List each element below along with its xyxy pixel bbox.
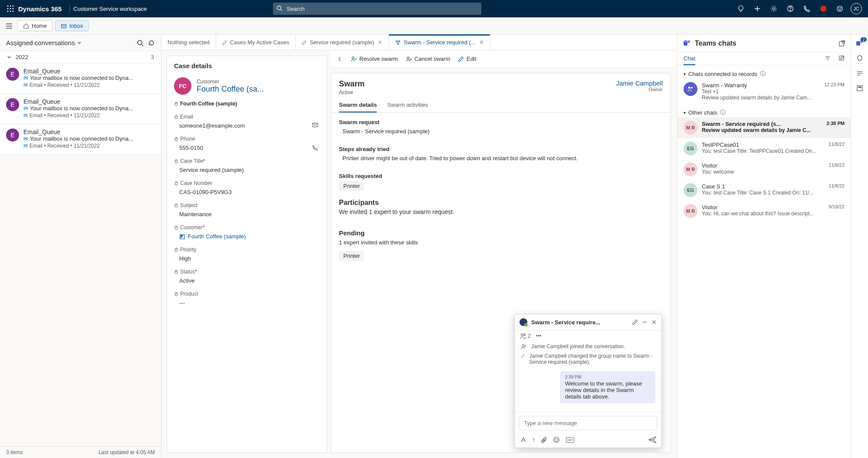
settings-gear-icon[interactable]	[766, 0, 781, 17]
swarm-pane: Resolve swarm Cancel swarm Edit Swarm Ac…	[331, 50, 677, 453]
conversation-item[interactable]: E Email_Queue ✉Your mailbox is now conne…	[0, 124, 161, 155]
filter-icon[interactable]	[825, 55, 831, 65]
chat-item[interactable]: M R Visitor11/8/22You: welcome	[677, 159, 851, 180]
scripts-icon[interactable]	[856, 84, 864, 92]
lightbulb-icon[interactable]	[733, 0, 748, 17]
conversation-item[interactable]: E Email_Queue ✉Your mailbox is now conne…	[0, 63, 161, 94]
search-icon[interactable]	[137, 40, 144, 46]
svg-rect-36	[175, 227, 178, 229]
phone-icon[interactable]	[799, 0, 814, 17]
invited-text: We invited 1 expert to your swarm reques…	[339, 207, 663, 221]
format-icon[interactable]	[520, 436, 527, 443]
group-other[interactable]: ▾Other chatsⓘ	[677, 104, 851, 117]
plus-icon[interactable]	[750, 0, 765, 17]
teams-chats-title: Teams chats	[695, 40, 736, 47]
close-icon[interactable]	[651, 319, 657, 325]
conversation-from: Email_Queue	[23, 129, 155, 135]
tab-cases[interactable]: Cases My Active Cases	[216, 35, 296, 50]
new-chat-icon[interactable]	[838, 55, 845, 65]
popout-icon[interactable]	[838, 40, 845, 47]
inbox-tab[interactable]: Inbox	[55, 20, 89, 31]
tab-swarm-details[interactable]: Swarm details	[339, 102, 377, 112]
conversation-from: Email_Queue	[23, 98, 155, 105]
lock-icon	[174, 102, 178, 106]
swarm-request-label: Swarm request	[339, 119, 663, 125]
svg-rect-31	[312, 123, 318, 127]
global-search[interactable]	[273, 3, 481, 15]
emoji-icon[interactable]	[553, 436, 560, 443]
system-message: Jamie Campbell joined the conversation.	[531, 343, 625, 349]
user-avatar[interactable]: JC	[849, 0, 864, 17]
close-icon[interactable]: ✕	[378, 39, 382, 46]
tab-swarm[interactable]: Swarm - Service required (... ✕	[389, 35, 490, 50]
edit-button[interactable]: Edit	[458, 56, 476, 62]
gif-icon[interactable]: GIF	[566, 437, 574, 443]
group-connected[interactable]: ▾Chats connected to recordsⓘ	[677, 66, 851, 79]
lock-icon	[174, 270, 178, 274]
svg-point-60	[684, 40, 687, 43]
chat-item[interactable]: M R Visitor9/18/22You: Hi, can we chat a…	[677, 201, 851, 221]
tab-service-required[interactable]: Service required (sample) ✕	[296, 35, 389, 50]
resolve-swarm-button[interactable]: Resolve swarm	[351, 56, 398, 62]
chat-item[interactable]: EG Case S 111/8/22You: test Case Title: …	[677, 180, 851, 201]
home-tab[interactable]: Home	[17, 20, 53, 31]
svg-point-56	[557, 439, 557, 439]
inbox-panel: Assigned conversations 2022 3 E Email_Qu…	[0, 35, 161, 458]
owner-link[interactable]: Jamie Campbell	[616, 79, 663, 87]
close-icon[interactable]: ✕	[479, 39, 484, 46]
svg-point-52	[524, 334, 526, 336]
year-group[interactable]: 2022 3	[0, 51, 161, 63]
attach-icon[interactable]	[541, 436, 547, 443]
compose-input[interactable]	[519, 416, 657, 430]
phone-icon[interactable]	[312, 145, 318, 151]
info-icon[interactable]: ⓘ	[720, 109, 726, 116]
status-value: Active	[174, 275, 320, 284]
smart-assist-icon[interactable]	[856, 55, 864, 63]
chat-item[interactable]: Swarm - Warranty12:23 PMTest +1Review up…	[677, 79, 851, 104]
emoji-icon[interactable]	[832, 0, 847, 17]
refresh-icon[interactable]	[148, 40, 155, 46]
product-value: ---	[174, 297, 320, 306]
more-icon[interactable]: •••	[536, 333, 542, 339]
lock-icon	[174, 203, 178, 208]
participants-icon[interactable]: 2	[520, 333, 531, 339]
inbox-view-selector[interactable]: Assigned conversations	[6, 39, 132, 46]
customer-link[interactable]: Fourth Coffee (sample)	[174, 231, 320, 240]
swarm-request-value: Swarm - Service required (sample)	[339, 125, 663, 138]
record-indicator-icon[interactable]	[816, 0, 831, 17]
priority-icon[interactable]: !	[533, 437, 535, 443]
info-icon[interactable]: ⓘ	[760, 70, 766, 78]
minimize-icon[interactable]	[641, 319, 648, 325]
lock-icon	[174, 159, 178, 163]
message-time: 2:39 PM	[565, 375, 650, 379]
help-icon[interactable]	[783, 0, 798, 17]
hamburger-icon[interactable]	[3, 23, 15, 29]
svg-rect-68	[856, 41, 860, 46]
queue-avatar: E	[6, 129, 19, 142]
tab-swarm-activities[interactable]: Swarm activities	[387, 102, 428, 112]
knowledge-icon[interactable]	[856, 69, 864, 77]
teams-chat-popup: Swarm - Service require... 2 ••• Jamie C…	[514, 314, 662, 448]
chat-tab[interactable]: Chat	[684, 55, 695, 65]
tab-nothing-selected[interactable]: Nothing selected	[161, 35, 216, 50]
edit-icon[interactable]	[632, 319, 638, 325]
conversation-item[interactable]: E Email_Queue ✉Your mailbox is now conne…	[0, 94, 161, 124]
back-button[interactable]	[337, 56, 343, 62]
svg-point-3	[7, 8, 9, 10]
svg-rect-39	[181, 237, 182, 237]
inbox-label: Inbox	[69, 23, 83, 29]
person-add-icon	[521, 343, 527, 349]
teams-icon	[683, 39, 691, 48]
customer-name-link[interactable]: Fourth Coffee (sa...	[197, 85, 264, 94]
chat-item[interactable]: EG TestPPCase0111/8/22You: test Case Tit…	[677, 138, 851, 159]
app-launcher-icon[interactable]	[4, 5, 16, 12]
search-input[interactable]	[273, 3, 481, 15]
cancel-swarm-button[interactable]: Cancel swarm	[406, 56, 450, 62]
teams-rail-icon[interactable]: 2	[855, 39, 864, 48]
send-icon[interactable]	[648, 436, 656, 443]
svg-rect-29	[175, 103, 178, 105]
svg-point-0	[7, 6, 9, 7]
mail-icon[interactable]	[312, 122, 318, 128]
queue-avatar: E	[6, 98, 19, 111]
chat-item[interactable]: M R Swarm - Service required (s...2:38 P…	[677, 117, 851, 138]
